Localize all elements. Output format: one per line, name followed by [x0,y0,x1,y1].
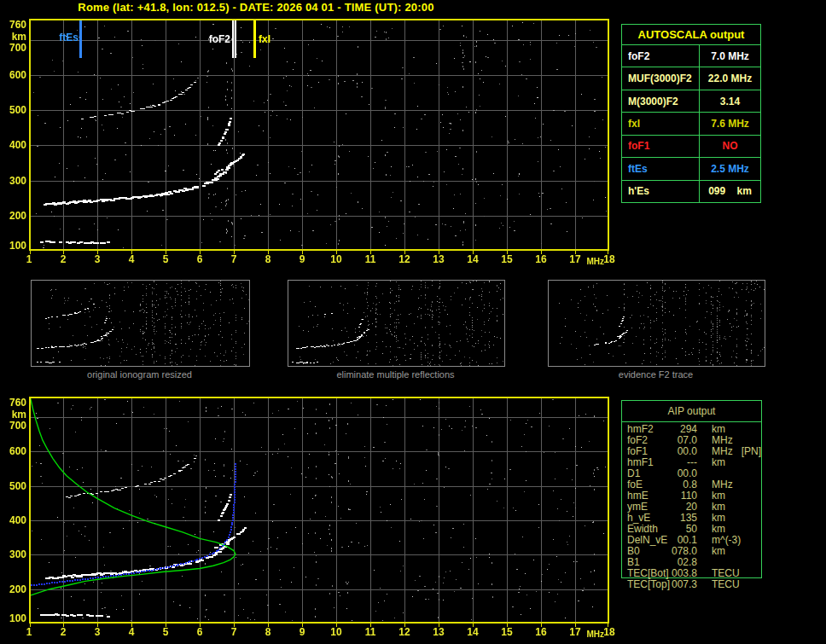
autoscala-row-label: foF1 [622,136,700,157]
x-tick-label: 12 [398,626,410,638]
thumbnail-original-caption: original ionogram resized [31,369,248,380]
y-tick-label: 760 [1,19,26,31]
x-tick-label: 5 [163,253,169,265]
aip-row-extra: [PN] [742,446,761,457]
aip-row: foE0.8MHz [627,479,781,490]
aip-row: hmE110km [627,490,781,502]
page-title: Rome (lat: +41.8, lon: 012.5) - DATE: 20… [0,1,512,14]
aip-row-label: TEC[Top] [627,579,672,590]
y-axis-unit: km [1,31,26,43]
x-tick-label: 4 [129,253,135,265]
x-tick-label: 7 [231,626,237,638]
x-tick-label: 17 [569,626,580,638]
autoscala-row-value: 7.0 MHz [700,45,760,67]
x-tick-label: 4 [129,626,135,638]
autoscala-table: AUTOSCALA output foF27.0 MHzMUF(3000)F22… [621,24,761,203]
autoscala-row-value: 099 km [700,181,760,202]
x-tick-label: 16 [535,626,546,638]
autoscala-row-value: 3.14 [700,90,760,112]
autoscala-row-label: M(3000)F2 [622,90,700,112]
x-tick-label: 2 [61,626,67,638]
autoscala-row: ftEs2.5 MHz [622,157,760,179]
x-tick-label: 17 [569,253,580,265]
autoscala-row-label: MUF(3000)F2 [622,67,700,89]
autoscala-row: foF27.0 MHz [622,45,760,67]
autoscala-row: h'Es099 km [622,180,760,202]
aip-row: B0078.0km [627,546,781,557]
y-tick-label: 400 [1,139,26,151]
autoscala-row-value: 7.6 MHz [700,113,760,134]
autoscala-row: foF1NO [622,135,760,157]
x-tick-label: 18 [603,253,614,265]
x-tick-label: 2 [61,253,67,265]
x-tick-label: 10 [330,253,341,265]
y-tick-label: 200 [1,583,26,595]
ionogram-bottom [29,397,609,628]
x-tick-label: 11 [365,253,376,265]
aip-row-unit: km [712,546,725,557]
aip-title: AIP output [622,401,761,422]
autoscala-row-label: fxI [622,113,700,134]
x-tick-label: 15 [501,253,512,265]
y-tick-label: 700 [1,420,26,432]
autoscala-row: M(3000)F23.14 [622,90,760,112]
thumbnail-evidence-f2 [548,280,765,367]
fxI-marker-label: fxI [259,33,270,45]
y-tick-label: 700 [1,42,26,54]
ionogram-top-canvas [29,19,609,255]
autoscala-row-label: foF2 [622,45,700,67]
autoscala-row: MUF(3000)F222.0 MHz [622,67,760,89]
y-tick-label: 100 [1,612,26,624]
x-tick-label: 8 [265,626,271,638]
aip-row-unit: TECU [712,579,740,590]
y-tick-label: 300 [1,548,26,560]
x-tick-label: 3 [95,626,101,638]
thumbnail-evidence-caption: evidence F2 trace [548,369,764,380]
y-tick-label: 760 [1,397,26,409]
x-tick-label: 1 [26,626,32,638]
x-tick-label: 1 [26,253,32,265]
autoscala-row-value: 22.0 MHz [700,67,760,89]
x-axis-unit: MHz [586,257,604,266]
x-tick-label: 6 [197,253,203,265]
aip-row: hmF1---km [627,457,781,468]
aip-row-value: 007.3 [672,579,697,590]
x-tick-label: 5 [163,626,169,638]
x-tick-label: 15 [501,626,512,638]
x-tick-label: 3 [95,253,101,265]
x-tick-label: 11 [365,626,376,638]
autoscala-row-value: 2.5 MHz [700,158,760,179]
autoscala-row: fxI7.6 MHz [622,112,760,134]
y-tick-label: 300 [1,175,26,187]
autoscala-row-value: NO [700,136,760,157]
aip-rows: hmF2294kmfoF207.0MHzfoF100.0MHz[PN]hmF1-… [627,424,781,590]
thumbnail-eliminate-caption: eliminate multiple reflections [288,369,503,380]
x-tick-label: 8 [265,253,271,265]
x-tick-label: 7 [231,253,237,265]
x-axis-unit: MHz [586,629,604,639]
ftEs-marker-label: ftEs [44,32,79,44]
x-tick-label: 14 [467,626,478,638]
x-tick-label: 14 [467,253,478,265]
thumbnail-original [31,280,250,367]
autoscala-screen: Rome (lat: +41.8, lon: 012.5) - DATE: 20… [0,0,826,644]
x-tick-label: 13 [433,626,444,638]
y-tick-label: 100 [1,240,26,252]
y-tick-label: 500 [1,480,26,492]
y-tick-label: 500 [1,104,26,116]
x-tick-label: 9 [300,626,305,638]
thumbnail-original-canvas [32,281,249,366]
x-tick-label: 9 [300,253,305,265]
aip-row: DelN_vE00.1m^(-3) [627,535,781,546]
autoscala-row-label: h'Es [622,181,700,202]
x-tick-label: 12 [398,253,410,265]
x-tick-label: 13 [433,253,444,265]
aip-row: hmF2294km [627,424,781,435]
aip-row: TEC[Top]007.3TECU [627,579,781,590]
y-tick-label: 200 [1,210,26,222]
foF2-marker-label: foF2 [200,33,230,45]
x-tick-label: 10 [330,626,341,638]
x-tick-label: 16 [535,253,546,265]
autoscala-title: AUTOSCALA output [622,25,760,45]
ionogram-bottom-canvas [29,397,609,628]
